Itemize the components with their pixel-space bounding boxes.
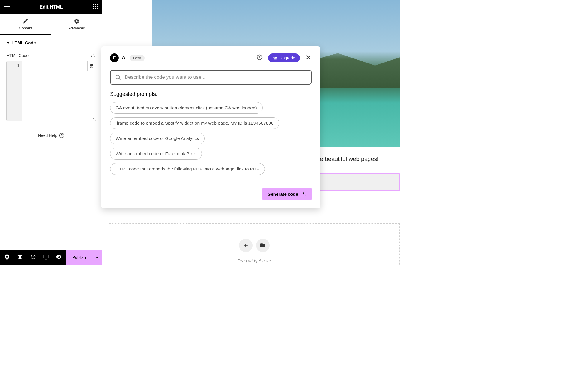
- history-icon[interactable]: [256, 54, 263, 62]
- generate-label: Generate code: [268, 192, 298, 197]
- html-code-editor[interactable]: 1: [6, 61, 96, 121]
- need-help-label: Need Help: [38, 133, 57, 138]
- add-widget-button[interactable]: [239, 239, 253, 252]
- tab-content[interactable]: Content: [0, 14, 51, 35]
- search-icon: [115, 74, 121, 81]
- code-area[interactable]: [22, 61, 96, 121]
- sidebar-tabs: Content Advanced: [0, 14, 102, 35]
- suggested-prompts-title: Suggested prompts:: [110, 91, 312, 97]
- svg-rect-5: [97, 6, 98, 7]
- sidebar-header: Edit HTML: [0, 0, 102, 14]
- code-gutter: 1: [7, 61, 22, 121]
- modal-header-right: Upgrade: [256, 53, 312, 62]
- caret-down-icon: ▼: [6, 41, 10, 45]
- chevron-up-icon: [95, 255, 100, 260]
- help-icon: [59, 133, 64, 138]
- need-help-link[interactable]: Need Help: [6, 121, 96, 144]
- svg-rect-8: [97, 8, 98, 9]
- responsive-icon[interactable]: [43, 254, 49, 261]
- sidebar-footer: Publish: [0, 250, 102, 265]
- plus-icon: [243, 242, 249, 248]
- sparkle-icon: [301, 191, 306, 197]
- modal-footer: Generate code: [110, 188, 312, 200]
- folder-button[interactable]: [256, 239, 270, 252]
- prompt-input[interactable]: [125, 74, 307, 80]
- sidebar-title: Edit HTML: [39, 4, 63, 10]
- dynamic-data-icon[interactable]: [87, 61, 96, 71]
- prompt-chip[interactable]: GA event fired on every button element c…: [110, 102, 263, 114]
- svg-rect-4: [95, 6, 96, 7]
- modal-title: AI: [122, 55, 127, 61]
- section-title-label: HTML Code: [11, 40, 36, 45]
- prompt-input-wrapper[interactable]: [110, 70, 312, 85]
- menu-icon[interactable]: [4, 3, 11, 11]
- settings-icon[interactable]: [4, 254, 10, 261]
- folder-icon: [260, 242, 266, 248]
- prompt-chip[interactable]: HTML code that embeds the following PDF …: [110, 163, 265, 175]
- history-icon[interactable]: [30, 254, 36, 261]
- prompt-chip[interactable]: Write an embed code of Facebook Pixel: [110, 148, 202, 160]
- field-label-row: HTML Code: [6, 52, 96, 59]
- tab-content-label: Content: [19, 26, 32, 30]
- drop-buttons: [239, 239, 270, 252]
- tab-advanced-label: Advanced: [68, 26, 85, 30]
- preview-icon[interactable]: [56, 254, 62, 261]
- apps-grid-icon[interactable]: [92, 3, 99, 11]
- svg-rect-2: [97, 4, 98, 5]
- footer-icons: [0, 254, 66, 261]
- drop-text: Drag widget here: [238, 258, 271, 263]
- svg-rect-7: [95, 8, 96, 9]
- section-html-code[interactable]: ▼ HTML Code: [6, 40, 96, 45]
- prompt-list: GA event fired on every button element c…: [110, 102, 312, 178]
- canvas-tagline: e beautiful web pages!: [320, 156, 379, 163]
- generate-button[interactable]: Generate code: [262, 188, 312, 200]
- svg-rect-1: [95, 4, 96, 5]
- field-label: HTML Code: [6, 53, 29, 58]
- svg-line-14: [119, 78, 120, 80]
- sparkle-icon[interactable]: [91, 52, 96, 59]
- widget-drop-zone[interactable]: Drag widget here: [109, 223, 400, 265]
- beta-badge: Beta: [130, 55, 145, 61]
- panel-content: ▼ HTML Code HTML Code 1 Need Help: [0, 35, 102, 265]
- tab-advanced[interactable]: Advanced: [51, 14, 102, 35]
- svg-rect-6: [93, 8, 94, 9]
- publish-label: Publish: [72, 255, 86, 260]
- svg-rect-0: [93, 4, 94, 5]
- sidebar: Edit HTML Content Advanced ▼ HTML Code H…: [0, 0, 102, 265]
- modal-header: E AI Beta Upgrade: [110, 53, 312, 62]
- upgrade-button[interactable]: Upgrade: [268, 53, 300, 62]
- prompt-chip[interactable]: Write an embed code of Google Analytics: [110, 133, 205, 144]
- resize-handle[interactable]: [91, 117, 95, 120]
- prompt-chip[interactable]: Iframe code to embed a Spotify widget on…: [110, 117, 279, 129]
- line-number: 1: [7, 63, 19, 68]
- elementor-logo: E: [110, 53, 119, 62]
- pencil-icon: [23, 18, 29, 24]
- navigator-icon[interactable]: [17, 254, 23, 261]
- svg-rect-3: [93, 6, 94, 7]
- publish-button[interactable]: Publish: [66, 250, 105, 265]
- upgrade-label: Upgrade: [279, 56, 295, 60]
- crown-icon: [273, 56, 278, 60]
- ai-modal: E AI Beta Upgrade Suggested prompts: GA …: [101, 46, 320, 208]
- gear-icon: [74, 18, 80, 24]
- svg-point-13: [116, 75, 120, 79]
- close-icon[interactable]: [305, 54, 312, 62]
